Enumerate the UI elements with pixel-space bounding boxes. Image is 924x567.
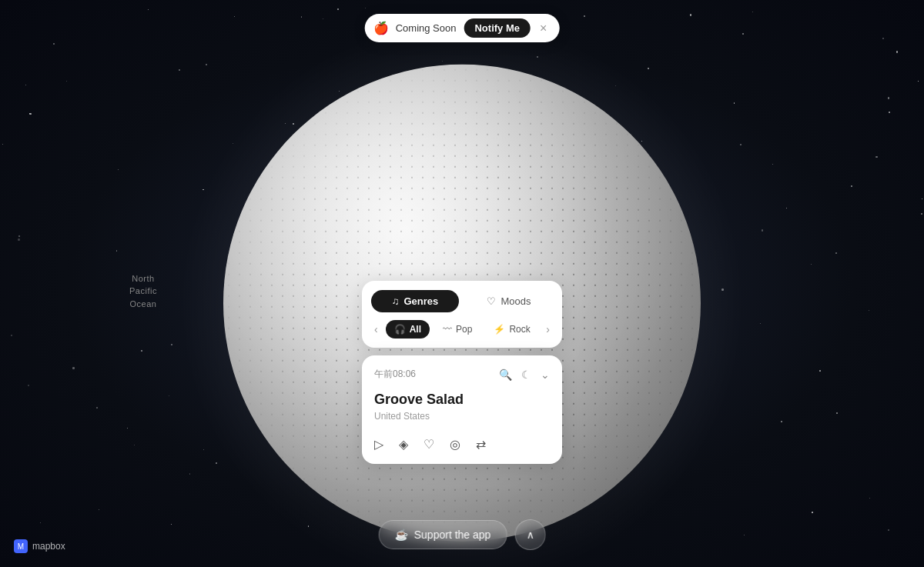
apple-icon: 🍎: [374, 22, 388, 35]
player-controls: ▷ ◈ ♡ ◎ ⇄: [374, 437, 550, 452]
location-icon[interactable]: ◎: [450, 437, 460, 452]
coming-soon-label: Coming Soon: [396, 22, 457, 34]
play-icon[interactable]: ▷: [374, 437, 383, 452]
filter-row: ‹ 🎧 All 〰 Pop ⚡ Rock ›: [371, 320, 553, 339]
music-icon: ♫: [392, 295, 400, 307]
heart-icon: ♡: [487, 295, 496, 307]
player-card: 午前08:06 🔍 ☾ ⌄ Groove Salad United States…: [362, 355, 562, 464]
rock-chip[interactable]: ⚡ Rock: [485, 320, 538, 339]
filter-chips: 🎧 All 〰 Pop ⚡ Rock: [386, 320, 539, 339]
ui-cards-container: ♫ Genres ♡ Moods ‹ 🎧 All 〰 Pop ⚡: [362, 281, 562, 464]
player-top-icons: 🔍 ☾ ⌄: [499, 369, 550, 381]
mapbox-label: mapbox: [32, 541, 65, 552]
chevron-down-icon[interactable]: ⌄: [541, 369, 550, 381]
volume-icon[interactable]: ◈: [399, 437, 408, 452]
genre-tabs: ♫ Genres ♡ Moods: [371, 290, 553, 312]
station-name: Groove Salad: [374, 392, 550, 408]
moon-icon[interactable]: ☾: [521, 369, 531, 381]
all-chip[interactable]: 🎧 All: [386, 320, 430, 339]
genres-tab[interactable]: ♫ Genres: [371, 290, 459, 312]
favorite-icon[interactable]: ♡: [424, 437, 434, 452]
genre-card: ♫ Genres ♡ Moods ‹ 🎧 All 〰 Pop ⚡: [362, 281, 562, 348]
lightning-icon: ⚡: [494, 324, 505, 335]
player-time: 午前08:06: [374, 368, 416, 381]
filter-next-button[interactable]: ›: [543, 320, 553, 339]
station-location: United States: [374, 411, 550, 422]
search-icon[interactable]: 🔍: [499, 369, 512, 381]
chevron-up-button[interactable]: ∧: [514, 519, 545, 550]
pop-chip[interactable]: 〰 Pop: [434, 320, 480, 339]
mapbox-icon: M: [14, 539, 28, 553]
notify-bar: 🍎 Coming Soon Notify Me ×: [365, 14, 560, 42]
support-app-button[interactable]: ☕ Support the app: [379, 520, 507, 549]
filter-prev-button[interactable]: ‹: [371, 320, 381, 339]
notify-me-button[interactable]: Notify Me: [464, 18, 531, 38]
player-top-row: 午前08:06 🔍 ☾ ⌄: [374, 368, 550, 381]
bottom-bar: ☕ Support the app ∧: [379, 519, 546, 550]
headphones-icon: 🎧: [394, 324, 406, 335]
coffee-icon: ☕: [395, 529, 408, 541]
ocean-label: North Pacific Ocean: [129, 272, 157, 311]
mapbox-logo: M mapbox: [14, 539, 65, 553]
wave-icon: 〰: [443, 324, 452, 335]
moods-tab[interactable]: ♡ Moods: [465, 290, 553, 312]
notify-close-button[interactable]: ×: [538, 22, 548, 35]
shuffle-icon[interactable]: ⇄: [476, 437, 486, 452]
